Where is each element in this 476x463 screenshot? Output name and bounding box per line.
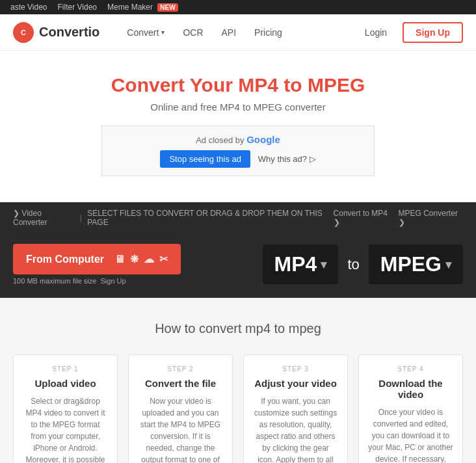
breadcrumb-mid: SELECT FILES TO CONVERT OR DRAG & DROP T… bbox=[87, 209, 333, 227]
topbar-paste-video[interactable]: aste Video bbox=[10, 3, 47, 12]
topbar-meme-maker[interactable]: Meme Maker NEW bbox=[107, 3, 178, 12]
format-to-arrow-icon: ▾ bbox=[445, 258, 451, 272]
signup-link[interactable]: Sign Up bbox=[101, 277, 126, 285]
breadcrumb-right: Convert to MP4 ❯ MPEG Converter ❯ bbox=[334, 209, 463, 227]
step-card-2: STEP 2 Convert the file Now your video i… bbox=[128, 354, 233, 463]
converter-main: From Computer 🖥 ❋ ☁ ✂ 100 MB maximum fil… bbox=[0, 233, 476, 298]
main-nav: C Convertio Convert ▾ OCR API Pricing Lo… bbox=[0, 14, 476, 51]
step-title-3: Adjust your video bbox=[253, 378, 338, 389]
step-label-4: STEP 4 bbox=[368, 365, 453, 373]
ad-banner: Ad closed by Google Stop seeing this ad … bbox=[101, 126, 375, 176]
hero-section: Convert Your MP4 to MPEG Online and free… bbox=[0, 51, 476, 202]
to-label: to bbox=[343, 256, 363, 273]
step-desc-1: Select or drag&drop MP4 video to convert… bbox=[23, 395, 108, 463]
login-button[interactable]: Login bbox=[357, 23, 395, 42]
breadcrumb-video-converter[interactable]: ❯ Video Converter bbox=[13, 209, 75, 227]
step-label-2: STEP 2 bbox=[138, 365, 223, 373]
why-this-ad-link[interactable]: Why this ad? ▷ bbox=[258, 154, 316, 164]
step-desc-4: Once your video is converted and edited,… bbox=[368, 406, 453, 463]
converter-breadcrumb: ❯ Video Converter | SELECT FILES TO CONV… bbox=[0, 202, 476, 233]
from-btn-wrap: From Computer 🖥 ❋ ☁ ✂ 100 MB maximum fil… bbox=[13, 244, 181, 285]
breadcrumb-convert-mp4[interactable]: Convert to MP4 ❯ bbox=[334, 209, 393, 227]
step-label-3: STEP 3 bbox=[253, 365, 338, 373]
from-computer-button[interactable]: From Computer 🖥 ❋ ☁ ✂ bbox=[13, 244, 181, 274]
steps-grid: STEP 1 Upload video Select or drag&drop … bbox=[13, 354, 463, 463]
link-icon: ✂ bbox=[159, 253, 168, 265]
step-desc-2: Now your video is uploaded and you can s… bbox=[138, 395, 223, 463]
step-card-4: STEP 4 Download the video Once your vide… bbox=[358, 354, 463, 463]
converter-section: ❯ Video Converter | SELECT FILES TO CONV… bbox=[0, 202, 476, 298]
steps-title: How to convert mp4 to mpeg bbox=[13, 321, 463, 336]
monitor-icon: 🖥 bbox=[114, 254, 125, 265]
breadcrumb-sep1: | bbox=[80, 213, 82, 222]
nav-pricing[interactable]: Pricing bbox=[246, 22, 290, 43]
hero-title: Convert Your MP4 to MPEG bbox=[13, 74, 463, 96]
nav-api[interactable]: API bbox=[214, 22, 245, 43]
step-card-1: STEP 1 Upload video Select or drag&drop … bbox=[13, 354, 118, 463]
nav-links: Convert ▾ OCR API Pricing bbox=[119, 22, 357, 43]
ad-actions: Stop seeing this ad Why this ad? ▷ bbox=[115, 150, 361, 168]
format-from-box[interactable]: MP4 ▾ bbox=[263, 245, 339, 284]
step-label-1: STEP 1 bbox=[23, 365, 108, 373]
nav-ocr[interactable]: OCR bbox=[175, 22, 211, 43]
topbar-filter-video[interactable]: Filter Video bbox=[58, 3, 97, 12]
step-title-2: Convert the file bbox=[138, 378, 223, 389]
ad-closed-line: Ad closed by Google bbox=[115, 134, 361, 145]
format-to-box[interactable]: MPEG ▾ bbox=[369, 245, 463, 284]
format-selector: MP4 ▾ to MPEG ▾ bbox=[263, 245, 463, 284]
step-card-3: STEP 3 Adjust your video If you want, yo… bbox=[243, 354, 348, 463]
file-size-note: 100 MB maximum file size Sign Up bbox=[13, 277, 181, 285]
step-title-4: Download the video bbox=[368, 378, 453, 400]
nav-convert[interactable]: Convert ▾ bbox=[119, 22, 172, 43]
logo[interactable]: C Convertio bbox=[13, 22, 99, 43]
format-from-label: MP4 bbox=[274, 252, 317, 276]
top-bar: aste Video Filter Video Meme Maker NEW bbox=[0, 0, 476, 14]
nav-right: Login Sign Up bbox=[357, 22, 463, 43]
convert-chevron-icon: ▾ bbox=[161, 29, 165, 36]
step-title-1: Upload video bbox=[23, 378, 108, 389]
format-from-arrow-icon: ▾ bbox=[321, 258, 326, 272]
step-desc-3: If you want, you can customize such sett… bbox=[253, 395, 338, 463]
meme-badge: NEW bbox=[157, 3, 178, 12]
steps-section: How to convert mp4 to mpeg STEP 1 Upload… bbox=[0, 298, 476, 463]
hero-subtitle: Online and free MP4 to MPEG converter bbox=[13, 101, 463, 112]
breadcrumb-mpeg-converter[interactable]: MPEG Converter ❯ bbox=[399, 209, 463, 227]
stop-seeing-ad-button[interactable]: Stop seeing this ad bbox=[160, 150, 250, 168]
svg-text:C: C bbox=[21, 29, 26, 36]
logo-icon: C bbox=[13, 22, 34, 43]
format-to-label: MPEG bbox=[380, 252, 442, 276]
upload-source-icons: 🖥 ❋ ☁ ✂ bbox=[114, 253, 168, 265]
signup-button[interactable]: Sign Up bbox=[403, 22, 463, 43]
gdrive-icon: ☁ bbox=[144, 253, 154, 265]
dropbox-icon: ❋ bbox=[130, 253, 139, 265]
logo-text: Convertio bbox=[39, 25, 99, 40]
google-text: Google bbox=[246, 134, 280, 145]
